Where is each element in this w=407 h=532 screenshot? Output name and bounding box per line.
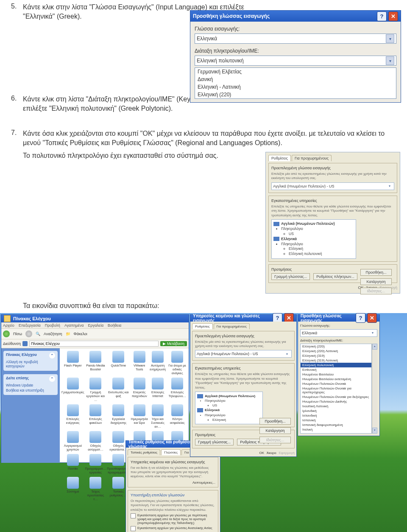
tab-regional[interactable]: Τοπικές ρυθμίσεις bbox=[128, 449, 160, 455]
list-item[interactable]: Ελληνική πολυτονική bbox=[301, 363, 371, 367]
control-panel-item[interactable]: Ποντίκι bbox=[61, 454, 84, 474]
scrollbar[interactable]: ▴▾ bbox=[372, 344, 377, 434]
add-button[interactable]: Προσθήκη... bbox=[259, 418, 291, 425]
control-panel-item[interactable]: Γραμμή εργασιών και … bbox=[85, 378, 106, 402]
close-button[interactable]: ✕ bbox=[367, 313, 377, 323]
input-language-combo[interactable]: Ελληνικά▾ bbox=[300, 329, 377, 337]
layout-listbox[interactable]: Γερμανική ΕλβετίαςΔανικήΕλληνική - Λατιν… bbox=[195, 67, 396, 99]
scroll-down-icon[interactable]: ▾ bbox=[372, 428, 377, 434]
control-panel-item[interactable]: Εργαλεία διαχείρισης bbox=[107, 404, 130, 428]
list-item[interactable]: Ισπανική διαφοροποιημένη bbox=[301, 423, 371, 427]
list-item[interactable]: Ηνωμένων Πολιτειών-Διεθνής bbox=[301, 399, 371, 404]
help-support-link[interactable]: Βοήθεια και υποστήριξη bbox=[6, 388, 55, 392]
collapse-icon[interactable]: ⌃ bbox=[49, 353, 55, 358]
help-button[interactable]: ? bbox=[356, 313, 365, 323]
tab-settings[interactable]: Ρυθμίσεις bbox=[268, 155, 291, 161]
chevron-down-icon[interactable]: ▾ bbox=[387, 184, 393, 188]
control-panel-item[interactable]: Ελεγκτές παιχνιδιών bbox=[131, 378, 148, 402]
switch-view-link[interactable]: Αλλαγή σε προβολή κατηγοριών bbox=[6, 360, 55, 368]
keyboard-layout-combo[interactable]: Ελληνική πολυτονική▾ bbox=[195, 56, 396, 66]
control-panel-item[interactable]: Οδηγός ασύρματ… bbox=[85, 431, 106, 451]
cancel-button[interactable]: Άκυρο bbox=[267, 451, 276, 455]
list-item[interactable]: Ινουϊτική Λατινική bbox=[301, 404, 371, 409]
default-lang-combo[interactable]: Αγγλικά (Ηνωμένων Πολιτειών) - US▾ bbox=[271, 182, 394, 190]
control-panel-item[interactable]: Flash Player bbox=[61, 351, 84, 375]
ok-button[interactable]: OK bbox=[259, 451, 265, 455]
control-panel-item[interactable]: Επιλογές φακέλων bbox=[85, 404, 106, 428]
chevron-down-icon[interactable]: ▾ bbox=[386, 34, 394, 43]
control-panel-item[interactable]: Κέντρο ασφαλείας bbox=[167, 404, 187, 428]
details-button[interactable]: Λεπτομέρειες... bbox=[192, 481, 215, 484]
services-tree[interactable]: Αγγλικά (Ηνωμένων Πολιτειών) Πληκτρολόγι… bbox=[271, 219, 356, 259]
control-panel-item[interactable]: Προγραμματ… εργασίες bbox=[85, 454, 106, 474]
list-item[interactable]: Ισλανδική bbox=[301, 413, 371, 418]
dialog-titlebar[interactable]: Προσθήκη γλώσσας εισαγωγής ? ✕ bbox=[190, 11, 401, 22]
menu-bar[interactable]: ΑρχείοΕπεξεργασίαΠροβολήΑγαπημέναΕργαλεί… bbox=[1, 322, 189, 329]
tab-advanced[interactable]: Για προχωρημένους bbox=[292, 155, 332, 161]
chevron-down-icon[interactable]: ▾ bbox=[370, 331, 376, 335]
list-item[interactable]: Δανική bbox=[195, 76, 396, 83]
search-icon[interactable]: 🔍 bbox=[36, 332, 40, 336]
remove-button[interactable]: Κατάργηση bbox=[360, 278, 392, 285]
menu-item[interactable]: Προβολή bbox=[45, 323, 60, 328]
menu-item[interactable]: Βοήθεια bbox=[108, 323, 121, 328]
control-panel-item[interactable]: Pando Media Booster bbox=[85, 351, 106, 375]
control-panel-item[interactable]: Επιλογές Internet bbox=[149, 378, 167, 402]
menu-item[interactable]: Εργαλεία bbox=[88, 323, 104, 328]
chevron-down-icon[interactable]: ▾ bbox=[386, 56, 394, 65]
language-bar-button[interactable]: Γραμμή γλώσσας... bbox=[271, 273, 310, 280]
list-item[interactable]: Ισπανική bbox=[301, 418, 371, 423]
address-field[interactable] bbox=[29, 341, 159, 347]
list-item[interactable]: Ιταλική (142) bbox=[301, 432, 371, 434]
control-panel-item[interactable]: Ημερομηνία και Ώρα bbox=[131, 404, 148, 428]
control-panel-item[interactable]: Εκτυπωτές και φαξ bbox=[107, 378, 130, 402]
menu-item[interactable]: Αρχείο bbox=[3, 323, 14, 328]
checkbox-east-asian[interactable] bbox=[131, 526, 136, 531]
list-item[interactable]: Ηνωμένων Πολιτειών-Dvorak για δεξιόχειρε… bbox=[301, 395, 371, 399]
windows-update-link[interactable]: Windows Update bbox=[6, 383, 55, 387]
control-panel-item[interactable]: Γραμματοσειρές bbox=[61, 378, 84, 402]
control-panel-item[interactable]: Για άτομα με ειδικές ανάγκες bbox=[167, 351, 187, 375]
list-item[interactable]: Εσθονική bbox=[301, 367, 371, 372]
input-language-combo[interactable]: Ελληνικά▾ bbox=[195, 34, 396, 44]
scroll-up-icon[interactable]: ▴ bbox=[372, 344, 377, 350]
folders-icon[interactable]: 📁 bbox=[66, 332, 70, 336]
collapse-icon[interactable]: ⌃ bbox=[49, 376, 55, 382]
list-item[interactable]: Ιταλική bbox=[301, 427, 371, 432]
list-item[interactable]: Ελληνική - Λατινική bbox=[195, 83, 396, 91]
list-item[interactable]: Ηνωμένου Βασιλείου bbox=[301, 372, 371, 377]
list-item[interactable]: Ελληνική (220) bbox=[301, 344, 371, 349]
add-button[interactable]: Προσθήκη... bbox=[360, 269, 392, 276]
control-panel-item[interactable]: Επιλογές Τηλεφώνο… bbox=[167, 378, 187, 402]
list-item[interactable]: Ελληνική (220) Λατινική bbox=[301, 349, 371, 353]
list-item[interactable]: Ηνωμένων Πολιτειών-Dvorak για αριστερόχε… bbox=[301, 386, 371, 395]
key-settings-button[interactable]: Ρυθμίσεις πλήκτρων... bbox=[313, 273, 357, 280]
list-item[interactable]: Γερμανική Ελβετίας bbox=[195, 68, 396, 76]
checkbox-complex-scripts[interactable] bbox=[131, 513, 136, 518]
layout-listbox[interactable]: Ελληνική (220)Ελληνική (220) ΛατινικήΕλλ… bbox=[300, 344, 372, 434]
control-panel-item[interactable]: Αυτόματη ενημέρωση bbox=[149, 351, 167, 375]
back-button[interactable] bbox=[3, 330, 10, 337]
close-button[interactable]: ✕ bbox=[388, 11, 398, 21]
tab-advanced[interactable]: Για προχωρημένους bbox=[214, 323, 250, 329]
control-panel-item[interactable]: Λογαριασμοί χρηστών bbox=[61, 431, 84, 451]
default-lang-combo[interactable]: Αγγλικά (Ηνωμένων Πολιτειών) - US▾ bbox=[195, 350, 292, 358]
services-tree[interactable]: Αγγλικά (Ηνωμένων Πολιτειών) Πληκτρολόγι… bbox=[195, 392, 263, 424]
control-panel-item[interactable]: Ήχοι και Συσκευές αν… bbox=[149, 404, 167, 428]
help-button[interactable]: ? bbox=[377, 11, 387, 21]
control-panel-item[interactable]: Επιλογές ενέργειας bbox=[61, 404, 84, 428]
control-panel-item[interactable]: VMware Tools bbox=[131, 351, 148, 375]
list-item[interactable]: Ελληνική (319) bbox=[301, 353, 371, 358]
go-button[interactable]: ▶ Μετάβαση bbox=[160, 341, 187, 346]
chevron-down-icon[interactable]: ▾ bbox=[284, 352, 290, 356]
control-panel-item[interactable]: Σύστημα bbox=[61, 477, 84, 501]
language-bar-button[interactable]: Γραμμή γλώσσας... bbox=[195, 439, 234, 445]
list-item[interactable]: Ηνωμένου Βασιλείου εκτεταμένη bbox=[301, 377, 371, 381]
tab-languages[interactable]: Γλώσσες bbox=[161, 449, 181, 455]
tab-settings[interactable]: Ρυθμίσεις bbox=[192, 323, 213, 329]
list-item[interactable]: Ελληνική (220) bbox=[195, 91, 396, 98]
control-panel-item[interactable]: Τείχος προστασίας τ… bbox=[85, 477, 106, 501]
menu-item[interactable]: Αγαπημένα bbox=[64, 323, 84, 328]
list-item[interactable]: Ελληνική (319) Λατινική bbox=[301, 358, 371, 363]
remove-button[interactable]: Κατάργηση bbox=[259, 427, 291, 434]
